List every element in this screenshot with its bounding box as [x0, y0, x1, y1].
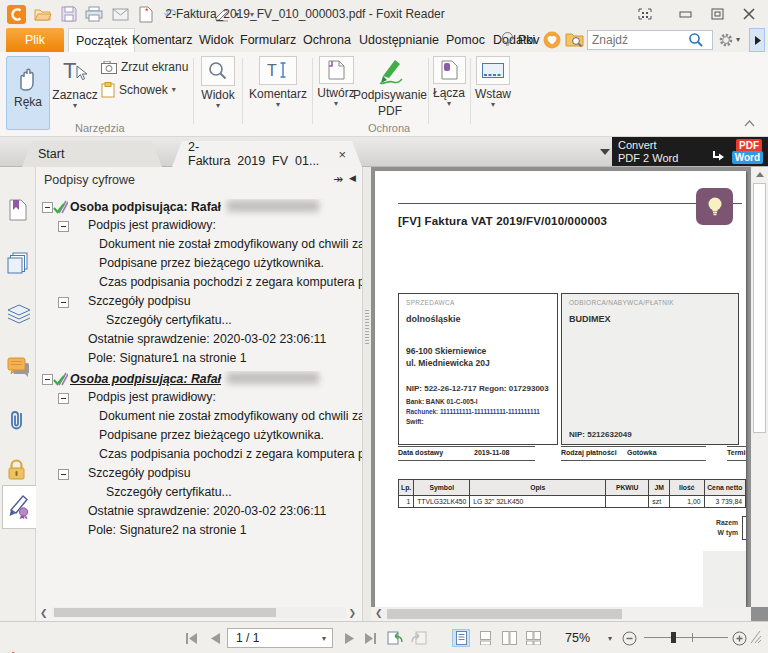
signature2-lastcheck-row[interactable]: Ostatnie sprawdzenie: 2020-03-02 23:06:1… — [36, 504, 362, 523]
scroll-left-icon[interactable]: ❮ — [375, 608, 383, 618]
continuous-layout-icon[interactable] — [476, 629, 494, 647]
assistant-label[interactable]: Pov — [518, 33, 540, 47]
signature1-check3-row[interactable]: Czas podpisania pochodzi z zegara komput… — [36, 275, 362, 294]
menu-tab-pomoc[interactable]: Pomoc — [439, 28, 492, 52]
bookmarks-icon[interactable] — [7, 199, 29, 221]
menu-tab-udostepnianie[interactable]: Udostępnianie — [352, 28, 446, 52]
first-page-icon[interactable] — [182, 629, 200, 647]
page-dropdown-icon[interactable]: ▾ — [322, 634, 326, 643]
gear-icon[interactable] — [718, 32, 734, 48]
next-page-icon[interactable] — [340, 629, 358, 647]
insert-button[interactable]: Wstaw ▾ — [472, 56, 514, 109]
signature1-check2-row[interactable]: Podpisane przez bieżącego użytkownika. — [36, 256, 362, 275]
signature1-details-row[interactable]: Szczegóły podpisu — [36, 294, 362, 313]
zoom-slider-track[interactable] — [644, 637, 728, 638]
collapse-expander-icon[interactable] — [58, 297, 69, 308]
previous-page-icon[interactable] — [206, 629, 224, 647]
signature1-check1-row[interactable]: Dokument nie został zmodyfikowany od chw… — [36, 237, 362, 256]
splitter-grip[interactable] — [365, 310, 369, 346]
document-vertical-scrollbar[interactable] — [751, 167, 768, 607]
signature2-cert-row[interactable]: Szczegóły certyfikatu... — [36, 485, 362, 504]
collapse-expander-icon[interactable] — [42, 374, 53, 385]
tab-list-dropdown-icon[interactable] — [600, 149, 610, 155]
next-view-icon[interactable] — [410, 629, 428, 647]
scrollbar-thumb[interactable] — [753, 183, 766, 433]
cert-link[interactable]: Szczegóły certyfikatu... — [106, 485, 232, 499]
email-icon[interactable] — [110, 4, 130, 24]
signature1-cert-row[interactable]: Szczegóły certyfikatu... — [36, 313, 362, 332]
lightbulb-assistant-icon[interactable] — [500, 31, 515, 48]
collapse-expander-icon[interactable] — [58, 393, 69, 404]
links-button[interactable]: Łącza ▾ — [431, 56, 467, 108]
open-file-icon[interactable] — [33, 4, 53, 24]
tab-document[interactable]: 2-Faktura_2019_FV_01... × — [172, 141, 362, 167]
layers-icon[interactable] — [7, 304, 29, 326]
screenshot-button[interactable]: Zrzut ekranu — [101, 60, 188, 74]
signature1-header-row[interactable]: Osoba podpisująca: Rafał — [36, 199, 362, 218]
zoom-level[interactable]: 75% — [565, 631, 590, 645]
zoom-slider-thumb[interactable] — [671, 632, 676, 643]
hand-tool-button[interactable]: Ręka — [6, 56, 50, 130]
toolbar-expand-icon[interactable] — [749, 28, 765, 52]
digital-signatures-icon[interactable] — [8, 494, 30, 516]
zoom-dropdown-icon[interactable]: ▾ — [608, 634, 612, 643]
folder-search-icon[interactable] — [565, 31, 584, 48]
previous-view-icon[interactable] — [386, 629, 404, 647]
signature2-details-row[interactable]: Szczegóły podpisu — [36, 466, 362, 485]
menu-file-tab[interactable]: Plik — [6, 28, 64, 52]
scrollbar-thumb[interactable] — [387, 609, 622, 619]
maximize-button[interactable] — [704, 5, 730, 23]
signature1-valid-row[interactable]: Podpis jest prawidłowy: — [36, 218, 362, 237]
menu-tab-komentarz[interactable]: Komentarz — [125, 28, 199, 52]
security-lock-icon[interactable] — [7, 459, 29, 481]
cert-link[interactable]: Szczegóły certyfikatu... — [106, 313, 232, 327]
signature2-header-row[interactable]: Osoba podpisująca: Rafał — [36, 371, 362, 390]
scrollbar-thumb[interactable] — [54, 608, 276, 617]
create-button[interactable]: Utwórz ▾ — [315, 56, 357, 108]
signature2-check2-row[interactable]: Podpisane przez bieżącego użytkownika. — [36, 428, 362, 447]
panel-pin-icon[interactable]: ↠ — [333, 172, 343, 186]
search-icon[interactable] — [688, 32, 704, 48]
scroll-right-icon[interactable]: ❯ — [348, 608, 356, 618]
zoom-in-icon[interactable] — [730, 629, 748, 647]
panel-collapse-icon[interactable]: ◀ — [349, 173, 356, 183]
minimize-button[interactable] — [672, 5, 698, 23]
continuous-facing-layout-icon[interactable] — [524, 629, 542, 647]
search-box[interactable] — [587, 30, 713, 50]
view-zoom-button[interactable]: Widok ▾ — [197, 56, 239, 110]
scroll-up-icon[interactable] — [756, 172, 764, 177]
save-icon[interactable] — [59, 4, 79, 24]
zoom-out-icon[interactable] — [620, 629, 638, 647]
signature2-field-row[interactable]: Pole: Signature2 na stronie 1 — [36, 523, 362, 542]
comment-button[interactable]: T Komentarz ▾ — [246, 56, 310, 109]
signature2-check1-row[interactable]: Dokument nie został zmodyfikowany od chw… — [36, 409, 362, 428]
print-icon[interactable] — [84, 4, 104, 24]
select-tool-button[interactable]: T Zaznacz ▾ — [52, 56, 98, 110]
signature2-check3-row[interactable]: Czas podpisania pochodzi z zegara komput… — [36, 447, 362, 466]
pdf-sign-button[interactable]: Podpisywanie PDF — [356, 56, 424, 118]
comments-panel-icon[interactable] — [7, 357, 29, 379]
assistant-bulb-button[interactable] — [696, 188, 733, 225]
pages-icon[interactable] — [7, 252, 29, 274]
panel-horizontal-scrollbar[interactable]: ❮ ❯ — [38, 606, 358, 619]
single-page-layout-icon[interactable] — [452, 629, 470, 647]
signature1-lastcheck-row[interactable]: Ostatnie sprawdzenie: 2020-03-02 23:06:1… — [36, 332, 362, 351]
facing-layout-icon[interactable] — [500, 629, 518, 647]
tab-close-icon[interactable]: × — [338, 147, 346, 162]
float-windows-icon[interactable] — [632, 5, 658, 23]
resize-grip[interactable] — [750, 630, 762, 644]
menu-tab-formularz[interactable]: Formularz — [233, 28, 303, 52]
last-page-icon[interactable] — [362, 629, 380, 647]
search-input[interactable] — [588, 33, 688, 47]
attachments-icon[interactable] — [7, 409, 29, 431]
clipboard-button[interactable]: Schowek ▾ — [101, 82, 176, 98]
gear-dropdown-icon[interactable]: ▾ — [736, 35, 740, 44]
heart-icon[interactable] — [543, 31, 561, 49]
new-document-icon[interactable]: * — [136, 4, 156, 24]
close-button[interactable] — [736, 5, 762, 23]
signature1-field-row[interactable]: Pole: Signature1 na stronie 1 — [36, 351, 362, 370]
panel-splitter[interactable] — [362, 167, 371, 621]
collapse-expander-icon[interactable] — [42, 202, 53, 213]
tab-start[interactable]: Start — [22, 141, 162, 167]
collapse-expander-icon[interactable] — [58, 469, 69, 480]
